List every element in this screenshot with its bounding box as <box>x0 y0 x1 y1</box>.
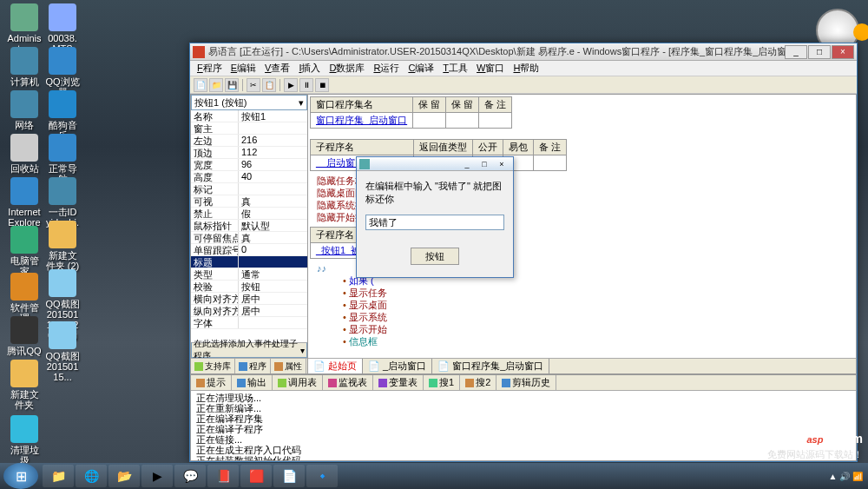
property-row[interactable]: 宽度96 <box>191 159 307 171</box>
minimize-button[interactable]: _ <box>785 45 807 59</box>
property-row[interactable]: 名称按钮1 <box>191 110 307 122</box>
assembly-link[interactable]: 窗口程序集_启动窗口 <box>311 113 413 129</box>
toolbar-btn[interactable]: ▶ <box>284 78 298 92</box>
editor-tab[interactable]: 📄 _启动窗口 <box>363 359 432 373</box>
toolbar-btn[interactable]: 📁 <box>209 78 223 92</box>
desktop-icon[interactable]: 电脑管家 <box>7 226 42 276</box>
property-row[interactable]: 校验按钮 <box>191 281 307 293</box>
menu-item[interactable]: E编辑 <box>227 61 260 76</box>
taskbar-item[interactable]: ▶ <box>141 465 173 487</box>
property-row[interactable]: 窗主 <box>191 122 307 135</box>
desktop-icon[interactable]: 清理垃圾 <box>7 415 42 466</box>
ide-window: 易语言 [正在运行] - C:\Users\Administrator.USER… <box>189 43 858 462</box>
property-row[interactable]: 字体 <box>191 317 307 329</box>
output-tab[interactable]: 变量表 <box>373 375 424 390</box>
property-row[interactable]: 横向对齐方式居中 <box>191 293 307 305</box>
event-combo[interactable]: 在此选择添加入事件处理子程序 <box>191 342 307 358</box>
menubar: F程序E编辑V查看I插入D数据库R运行C编译T工具W窗口H帮助 <box>190 61 857 76</box>
taskbar-item[interactable]: 📕 <box>207 465 239 487</box>
dialog-label: 在编辑框中输入 "我错了" 就把图标还你 <box>365 180 504 206</box>
output-tab[interactable]: 搜1 <box>424 375 460 390</box>
dialog-icon <box>359 159 370 169</box>
app-icon <box>193 46 205 58</box>
window-title: 易语言 [正在运行] - C:\Users\Administrator.USER… <box>208 45 785 58</box>
taskbar-item[interactable]: 📂 <box>108 465 140 487</box>
property-row[interactable]: 标题 <box>191 256 307 268</box>
desktop-icon[interactable]: 网络 <box>7 90 42 130</box>
dialog-input[interactable] <box>365 215 504 230</box>
property-grid[interactable]: 名称按钮1窗主左边216顶边112宽度96高度40标记可视真禁止假鼠标指针默认型… <box>191 110 307 342</box>
output-tab[interactable]: 调用表 <box>273 375 323 390</box>
panel-tab[interactable]: 属性 <box>271 359 306 373</box>
object-combo[interactable]: 按钮1 (按钮) <box>191 95 307 110</box>
taskbar-item[interactable]: 🔹 <box>306 465 338 487</box>
taskbar-item[interactable]: 📁 <box>43 465 74 487</box>
desktop-icon[interactable]: 新建文件夹 <box>7 360 42 410</box>
desktop-icon[interactable]: 新建文件夹 (2) <box>45 221 80 271</box>
property-row[interactable]: 顶边112 <box>191 147 307 159</box>
property-row[interactable]: 标记 <box>191 183 307 195</box>
toolbar-btn[interactable]: ⏹ <box>315 78 329 92</box>
property-row[interactable]: 类型通常 <box>191 268 307 281</box>
output-tab[interactable]: 搜2 <box>460 375 496 390</box>
editor-tab[interactable]: 📄 起始页 <box>308 359 363 373</box>
taskbar-item[interactable]: 🌐 <box>76 465 107 487</box>
output-content[interactable]: 正在清理现场...正在重新编译...正在编译程序集正在编译子程序正在链接...正… <box>191 391 856 460</box>
editor-tab[interactable]: 📄 窗口程序集_启动窗口 <box>432 359 549 373</box>
panel-tab[interactable]: 程序 <box>235 359 271 373</box>
dialog-button[interactable]: 按钮 <box>411 248 459 265</box>
desktop-icon[interactable]: 回收站 <box>7 134 42 174</box>
output-panel: 提示输出调用表监视表变量表搜1搜2剪辑历史 正在清理现场...正在重新编译...… <box>190 374 857 461</box>
output-tab[interactable]: 剪辑历史 <box>496 375 556 390</box>
start-button[interactable]: ⊞ <box>3 463 38 489</box>
toolbar-btn[interactable]: 💾 <box>225 78 239 92</box>
panel-tab[interactable]: 支持库 <box>191 359 235 373</box>
property-row[interactable]: 可停留焦点真 <box>191 232 307 244</box>
property-row[interactable]: 可视真 <box>191 195 307 208</box>
taskbar-item[interactable]: 🟥 <box>240 465 272 487</box>
close-button[interactable]: × <box>832 45 854 59</box>
desktop-icon[interactable]: 计算机 <box>7 47 42 87</box>
property-row[interactable]: 纵向对齐方式居中 <box>191 305 307 317</box>
desktop-icon[interactable]: 腾讯QQ <box>7 316 42 356</box>
toolbar: 📄 📁 💾 ✂ 📋 ▶ ⏸ ⏹ <box>190 76 857 94</box>
property-row[interactable]: 左边216 <box>191 135 307 147</box>
dialog-titlebar[interactable]: _ □ × <box>357 157 513 171</box>
toolbar-btn[interactable]: ✂ <box>247 78 260 92</box>
output-tab[interactable]: 输出 <box>232 375 273 390</box>
properties-panel: 按钮1 (按钮) 名称按钮1窗主左边216顶边112宽度96高度40标记可视真禁… <box>190 94 308 374</box>
toolbar-btn[interactable]: ⏸ <box>299 78 313 92</box>
menu-item[interactable]: C编译 <box>404 61 437 76</box>
menu-item[interactable]: T工具 <box>439 61 471 76</box>
system-tray[interactable]: ▲ 🔊 📶 <box>824 472 868 481</box>
toolbar-btn[interactable]: 📋 <box>262 78 276 92</box>
menu-item[interactable]: D数据库 <box>326 61 368 76</box>
dialog-max-icon[interactable]: □ <box>476 160 493 169</box>
dialog-close-icon[interactable]: × <box>493 160 510 169</box>
watermark: aspku.com 免费网站源码下载站！ <box>767 426 863 461</box>
titlebar[interactable]: 易语言 [正在运行] - C:\Users\Administrator.USER… <box>190 43 857 61</box>
desktop: Administr...计算机网络回收站Internet Explorer电脑管… <box>0 0 868 489</box>
output-tab[interactable]: 监视表 <box>323 375 373 390</box>
output-tab[interactable]: 提示 <box>191 375 232 390</box>
runtime-dialog[interactable]: _ □ × 在编辑框中输入 "我错了" 就把图标还你 按钮 <box>356 156 514 278</box>
menu-item[interactable]: W窗口 <box>473 61 508 76</box>
desktop-icon[interactable]: QQ截图 20150115... <box>45 321 80 382</box>
taskbar-item[interactable]: 📄 <box>273 465 305 487</box>
menu-item[interactable]: F程序 <box>194 61 226 76</box>
property-row[interactable]: 禁止假 <box>191 208 307 220</box>
taskbar-item[interactable]: 💬 <box>174 465 206 487</box>
dialog-min-icon[interactable]: _ <box>458 160 476 169</box>
menu-item[interactable]: H帮助 <box>510 61 542 76</box>
taskbar: ⊞ 📁🌐📂▶💬📕🟥📄🔹 ▲ 🔊 📶 <box>0 463 868 489</box>
property-row[interactable]: 单留跟踪号0 <box>191 244 307 256</box>
menu-item[interactable]: I插入 <box>295 61 324 76</box>
toolbar-btn[interactable]: 📄 <box>194 78 207 92</box>
maximize-button[interactable]: □ <box>808 45 831 59</box>
property-row[interactable]: 高度40 <box>191 171 307 183</box>
property-row[interactable]: 鼠标指针默认型 <box>191 220 307 232</box>
menu-item[interactable]: R运行 <box>370 61 403 76</box>
menu-item[interactable]: V查看 <box>261 61 293 76</box>
